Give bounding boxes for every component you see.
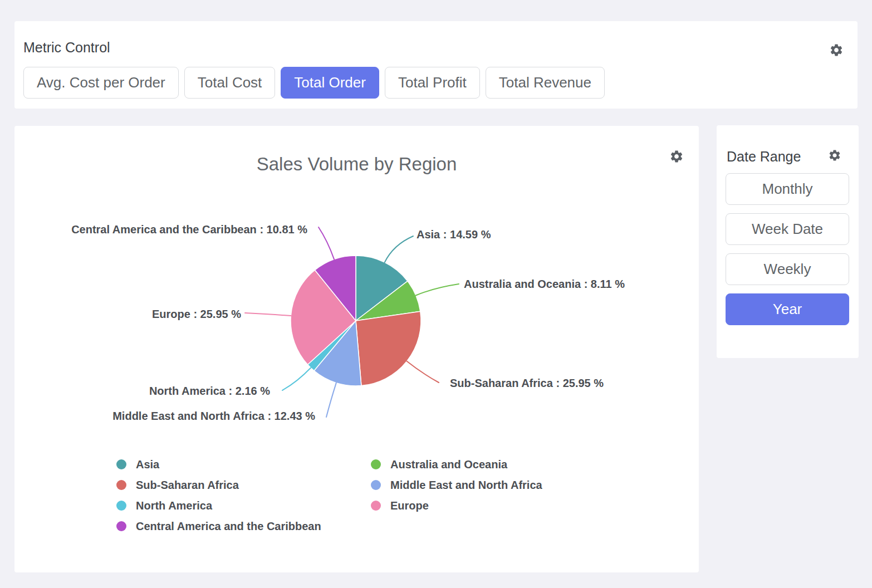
legend-dot-europe [371, 501, 381, 511]
metric-control-card: Metric Control Avg. Cost per OrderTotal … [14, 21, 858, 109]
metric-button-total-profit[interactable]: Total Profit [385, 67, 480, 99]
pie-label-sub-saharan-africa: Sub-Saharan Africa : 25.95 % [450, 377, 604, 389]
legend-label-middle-east-and-north-africa: Middle East and North Africa [390, 479, 543, 491]
legend-dot-middle-east-and-north-africa [371, 480, 381, 490]
legend-item-australia-and-oceania[interactable]: Australia and Oceania [371, 458, 508, 471]
pie-label-north-america: North America : 2.16 % [149, 385, 270, 397]
legend-label-north-america: North America [136, 499, 213, 512]
pie-label-line-middle-east-and-north-africa [326, 383, 336, 417]
legend-dot-north-america [116, 501, 126, 511]
gear-icon[interactable] [829, 43, 844, 57]
pie-label-line-north-america [282, 368, 311, 391]
legend-item-europe[interactable]: Europe [371, 499, 429, 512]
legend-label-australia-and-oceania: Australia and Oceania [390, 458, 508, 471]
legend-item-north-america[interactable]: North America [116, 499, 213, 512]
date-button-week-date[interactable]: Week Date [726, 213, 849, 245]
metric-button-total-revenue[interactable]: Total Revenue [486, 67, 605, 99]
pie-label-line-sub-saharan-africa [407, 361, 439, 383]
date-button-year[interactable]: Year [726, 293, 849, 325]
date-button-weekly[interactable]: Weekly [726, 253, 849, 285]
pie-label-line-asia [385, 236, 413, 262]
date-range-card: Date Range MonthlyWeek DateWeeklyYear [717, 125, 859, 358]
pie-label-central-america-and-the-caribbean: Central America and the Caribbean : 10.8… [71, 223, 307, 236]
legend-item-sub-saharan-africa[interactable]: Sub-Saharan Africa [116, 479, 239, 491]
pie-label-line-australia-and-oceania [416, 284, 459, 296]
pie-chart: Asia : 14.59 %Australia and Oceania : 8.… [14, 126, 699, 572]
gear-icon[interactable] [828, 149, 841, 162]
pie-label-line-central-america-and-the-caribbean [319, 227, 334, 259]
legend-dot-central-america-and-the-caribbean [116, 521, 126, 531]
legend-label-central-america-and-the-caribbean: Central America and the Caribbean [136, 520, 321, 532]
legend-dot-sub-saharan-africa [116, 480, 126, 490]
legend-dot-australia-and-oceania [371, 459, 381, 469]
metric-button-group: Avg. Cost per OrderTotal CostTotal Order… [23, 67, 605, 99]
pie-label-middle-east-and-north-africa: Middle East and North Africa : 12.43 % [112, 410, 315, 422]
metric-button-avg-cost-per-order[interactable]: Avg. Cost per Order [23, 67, 179, 99]
legend-item-central-america-and-the-caribbean[interactable]: Central America and the Caribbean [116, 520, 321, 532]
pie-label-line-europe [245, 313, 291, 316]
pie-label-europe: Europe : 25.95 % [152, 308, 241, 320]
legend-label-sub-saharan-africa: Sub-Saharan Africa [136, 479, 239, 491]
pie-label-australia-and-oceania: Australia and Oceania : 8.11 % [464, 278, 625, 290]
metric-button-total-order[interactable]: Total Order [281, 67, 379, 99]
pie-label-asia: Asia : 14.59 % [417, 228, 491, 241]
metric-control-title: Metric Control [23, 40, 110, 56]
pie-slice-sub-saharan-africa[interactable] [356, 311, 421, 385]
date-range-title: Date Range [727, 149, 801, 165]
metric-button-total-cost[interactable]: Total Cost [184, 67, 276, 99]
legend-dot-asia [116, 459, 126, 469]
date-range-button-group: MonthlyWeek DateWeeklyYear [726, 173, 849, 325]
legend-item-asia[interactable]: Asia [116, 458, 160, 471]
legend-label-europe: Europe [390, 499, 429, 512]
sales-volume-chart-card: Sales Volume by Region Asia : 14.59 %Aus… [14, 126, 699, 572]
legend-item-middle-east-and-north-africa[interactable]: Middle East and North Africa [371, 479, 543, 491]
date-button-monthly[interactable]: Monthly [726, 173, 849, 205]
legend-label-asia: Asia [136, 458, 160, 471]
